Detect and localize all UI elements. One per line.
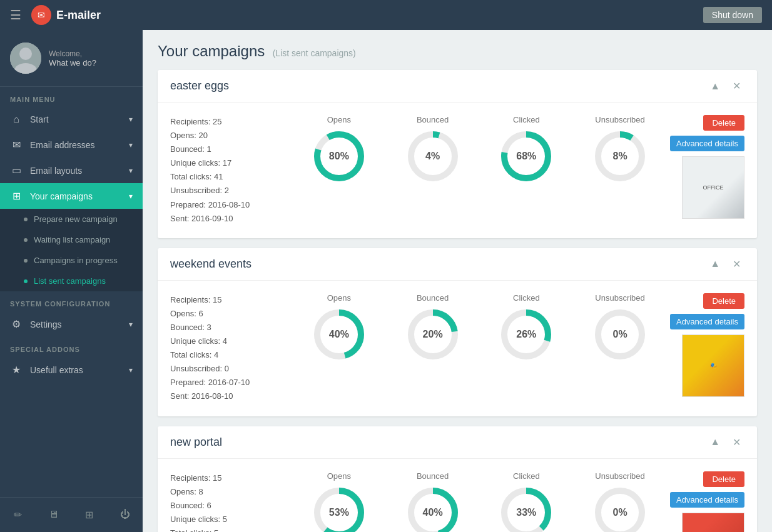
special-addons-label: SPECIAL ADDONS	[0, 337, 143, 357]
sidebar-item-email-addresses[interactable]: ✉ Email addresses ▾	[0, 132, 143, 158]
donut-unsubscribed-easter-eggs: Unsubscribed 8%	[592, 115, 648, 184]
chevron-icon: ▾	[129, 366, 133, 374]
settings-icon: ⚙	[10, 318, 23, 330]
donut-group-new-portal: Opens 53% Bounced 40%	[295, 471, 664, 533]
advanced-button-new-portal[interactable]: Advanced details	[670, 492, 744, 508]
page-header: Your campaigns (List sent campaigns)	[158, 43, 757, 60]
stat-recipients: Recipients: 15	[170, 293, 289, 307]
stat-unsubscribed: Unsubscribed: 2	[170, 184, 289, 198]
stat-opens: Opens: 20	[170, 129, 289, 143]
dot-icon	[24, 259, 28, 263]
campaign-name-weekend-events: weekend events	[170, 258, 706, 271]
sidebar-item-usefull-extras[interactable]: ★ Usefull extras ▾	[0, 357, 143, 383]
email-icon: ✉	[10, 139, 23, 151]
close-btn-new-portal[interactable]: ✕	[729, 435, 744, 449]
layouts-icon: ▭	[10, 164, 23, 176]
sidebar-item-settings[interactable]: ⚙ Settings ▾	[0, 311, 143, 337]
sidebar-item-start-label: Start	[30, 114, 49, 124]
collapse-btn-weekend-events[interactable]: ▲	[706, 257, 724, 271]
stat-opens: Opens: 8	[170, 485, 289, 499]
sidebar-submenu-prepare-new-campaign[interactable]: Prepare new campaign	[0, 209, 143, 229]
stat-recipients: Recipients: 15	[170, 471, 289, 485]
avatar	[10, 43, 41, 74]
sidebar-user: Welcome, What we do?	[0, 30, 143, 87]
hamburger-icon[interactable]: ☰	[10, 8, 21, 23]
advanced-button-weekend-events[interactable]: Advanced details	[670, 314, 744, 329]
sidebar-item-email-layouts[interactable]: ▭ Email layouts ▾	[0, 158, 143, 183]
campaign-header-new-portal: new portal ▲ ✕	[158, 426, 757, 459]
donut-label: Unsubscribed	[595, 293, 645, 303]
stat-prepared: Prepared: 2016-07-10	[170, 376, 289, 389]
stat-recipients: Recipients: 25	[170, 115, 289, 129]
home-icon: ⌂	[10, 114, 23, 125]
stat-total-clicks: Total clicks: 4	[170, 348, 289, 362]
campaign-stats-easter-eggs: Recipients: 25 Opens: 20 Bounced: 1 Uniq…	[170, 115, 289, 226]
campaigns-submenu: Prepare new campaign Waiting list campai…	[0, 209, 143, 291]
main-content: Your campaigns (List sent campaigns) eas…	[143, 30, 772, 532]
donut-chart: 0%	[592, 484, 648, 533]
dot-icon	[24, 279, 28, 283]
page-title: Your campaigns	[158, 43, 265, 59]
collapse-btn-easter-eggs[interactable]: ▲	[706, 79, 724, 93]
sidebar: Welcome, What we do? MAIN MENU ⌂ Start ▾…	[0, 30, 143, 532]
collapse-btn-new-portal[interactable]: ▲	[706, 435, 724, 449]
sidebar-item-your-campaigns-label: Your campaigns	[30, 191, 93, 201]
extras-icon: ★	[10, 364, 23, 376]
chevron-icon: ▾	[129, 115, 133, 124]
delete-button-easter-eggs[interactable]: Delete	[703, 115, 744, 131]
donut-unsubscribed-weekend-events: Unsubscribed 0%	[592, 293, 648, 363]
shutdown-button[interactable]: Shut down	[703, 7, 762, 23]
chevron-icon: ▾	[129, 320, 133, 329]
donut-label: Opens	[327, 471, 351, 481]
svg-point-1	[19, 48, 32, 60]
sidebar-submenu-campaigns-in-progress[interactable]: Campaigns in progress	[0, 250, 143, 271]
bottom-power-icon[interactable]: ⏻	[107, 504, 143, 526]
campaign-thumbnail-easter-eggs: OFFICE	[682, 156, 744, 219]
chevron-icon: ▾	[129, 166, 133, 175]
logo-icon: ✉	[31, 5, 51, 25]
donut-group-weekend-events: Opens 40% Bounced 20%	[295, 293, 664, 363]
stat-sent: Sent: 2016-09-10	[170, 212, 289, 226]
delete-button-weekend-events[interactable]: Delete	[703, 293, 744, 309]
sidebar-item-start[interactable]: ⌂ Start ▾	[0, 107, 143, 132]
stat-total-clicks: Total clicks: 5	[170, 526, 289, 532]
sidebar-submenu-waiting-list-campaign[interactable]: Waiting list campaign	[0, 229, 143, 250]
campaign-card-easter-eggs: easter eggs ▲ ✕ Recipients: 25 Opens: 20…	[158, 70, 757, 238]
bottom-monitor-icon[interactable]: 🖥	[36, 504, 71, 526]
sidebar-submenu-list-sent-campaigns[interactable]: List sent campaigns	[0, 271, 143, 291]
delete-button-new-portal[interactable]: Delete	[703, 471, 744, 487]
donut-clicked-weekend-events: Clicked 26%	[498, 293, 554, 363]
campaign-body-easter-eggs: Recipients: 25 Opens: 20 Bounced: 1 Uniq…	[158, 103, 757, 238]
sidebar-bottom-bar: ✏ 🖥 ⊞ ⏻	[0, 497, 143, 532]
campaigns-icon: ⊞	[10, 190, 23, 202]
donut-chart: 68%	[498, 128, 554, 184]
donut-chart: 26%	[498, 306, 554, 363]
donut-clicked-new-portal: Clicked 33%	[498, 471, 554, 533]
campaign-name-easter-eggs: easter eggs	[170, 79, 706, 93]
welcome-line2: What we do?	[49, 58, 96, 68]
stat-bounced: Bounced: 1	[170, 143, 289, 156]
bottom-table-icon[interactable]: ⊞	[71, 504, 107, 526]
donut-opens-weekend-events: Opens 40%	[311, 293, 367, 363]
donut-label: Unsubscribed	[595, 471, 645, 481]
system-config-label: SYSTEM CONFIGURATION	[0, 291, 143, 311]
sidebar-item-usefull-extras-label: Usefull extras	[30, 365, 83, 375]
chevron-icon: ▾	[129, 141, 133, 149]
campaign-stats-new-portal: Recipients: 15 Opens: 8 Bounced: 6 Uniqu…	[170, 471, 289, 533]
stat-sent: Sent: 2016-08-10	[170, 389, 289, 403]
right-section-weekend-events: Delete Advanced details 🎭	[670, 293, 744, 397]
donut-bounced-easter-eggs: Bounced 4%	[405, 115, 461, 184]
close-btn-easter-eggs[interactable]: ✕	[729, 79, 744, 93]
dot-icon	[24, 218, 28, 221]
sidebar-item-your-campaigns[interactable]: ⊞ Your campaigns ▾	[0, 183, 143, 209]
close-btn-weekend-events[interactable]: ✕	[729, 257, 744, 271]
donut-chart: 80%	[311, 128, 367, 184]
advanced-button-easter-eggs[interactable]: Advanced details	[670, 136, 744, 151]
campaign-card-weekend-events: weekend events ▲ ✕ Recipients: 15 Opens:…	[158, 248, 757, 416]
dot-icon	[24, 238, 28, 242]
donut-bounced-weekend-events: Bounced 20%	[405, 293, 461, 363]
bottom-edit-icon[interactable]: ✏	[0, 504, 36, 526]
campaign-thumbnail-new-portal: ONLY THE BEST OFFERS	[682, 513, 744, 533]
app-title: E-mailer	[56, 9, 703, 22]
campaign-name-new-portal: new portal	[170, 436, 706, 449]
